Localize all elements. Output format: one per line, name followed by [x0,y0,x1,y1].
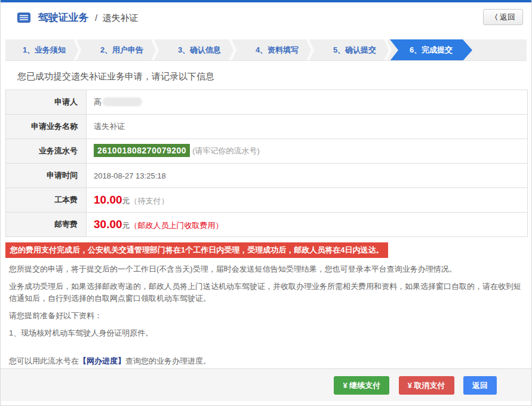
note-paragraph: 1、现场核对机动车驾驶人身份证明原件。 [9,327,523,339]
footer-action-bar: ¥ 继续支付 ¥ 取消支付 返回 [1,368,531,401]
row-label: 申请人 [6,90,87,115]
step-label: 1、业务须知 [23,45,66,54]
tab-step-3[interactable]: 3、确认信息 [161,39,238,61]
return-button[interactable]: 返回 [463,376,497,395]
row-label: 业务流水号 [6,139,87,164]
row-label: 工本费 [6,188,87,213]
notes-section: 您所提交的申请，将于提交后的一个工作日(不含当天)受理，届时会发送短信告知受理结… [9,263,523,339]
apply-time-value: 2018-08-27 13:25:18 [87,164,528,188]
mail-fee-unit: 元 [122,221,130,230]
redacted-name-blur [103,97,142,106]
table-row-applicant: 申请人 高 [6,90,528,115]
table-row-mail-fee: 邮寄费 30.00元（邮政人员上门收取费用） [6,213,528,237]
page-title: 驾驶证业务 [38,12,88,23]
table-row-cost-fee: 工本费 10.00元（待支付） [6,188,528,213]
tab-step-1[interactable]: 1、业务须知 [5,39,83,61]
row-label: 申请时间 [6,164,87,188]
step-separator [384,39,392,61]
breadcrumb-current: 遗失补证 [103,13,139,23]
payment-warning-banner: 您的费用支付完成后，公安机关交通管理部门将在1个工作日内受理，受理成功后，邮政人… [5,242,388,258]
step-label: 2、用户申告 [100,45,143,54]
mail-fee-note: （邮政人员上门收取费用） [130,221,223,230]
progress-note: 您可以用此流水号在【网办进度】查询您的业务办理进度。 [9,356,523,367]
success-message: 您已成功提交遗失补证业务申请，请记录以下信息 [17,71,531,82]
table-row-apply-time: 申请时间 2018-08-27 13:25:18 [6,164,528,188]
step-wizard: 1、业务须知 2、用户申告 3、确认信息 4、资料填写 5、确认提交 6、完成提… [5,39,527,61]
cancel-payment-button[interactable]: ¥ 取消支付 [399,376,454,395]
row-label: 邮寄费 [6,213,87,237]
table-row-business-name: 申请业务名称 遗失补证 [6,115,528,139]
tab-step-2[interactable]: 2、用户申告 [83,39,161,61]
mail-fee-amount: 30.00 [94,218,122,230]
back-button-label: 返回 [500,13,515,21]
page: 驾驶证业务 / 遗失补证 〈返回 1、业务须知 2、用户申告 3、确认信息 4、… [0,0,532,406]
applicant-name: 高 [94,97,102,106]
application-info-table: 申请人 高 申请业务名称 遗失补证 业务流水号 2610018082700792… [5,90,528,237]
cost-fee-unit: 元 [122,196,130,205]
step-separator [151,39,159,61]
step-label: 6、完成提交 [410,45,453,54]
chevron-left-icon: 〈 [491,13,498,21]
step-separator [73,39,82,61]
note-paragraph: 业务成功受理后，如果选择邮政寄递的，邮政人员将上门送达机动车驾驶证，并收取办理业… [9,281,523,304]
progress-link-text: 【网办进度】 [79,356,125,365]
table-row-serial: 业务流水号 261001808270079200(请牢记你的流水号) [6,139,528,164]
serial-number-badge: 261001808270079200 [94,144,190,157]
tab-step-6-active[interactable]: 6、完成提交 [390,39,472,61]
step-separator [306,39,315,61]
continue-payment-button[interactable]: ¥ 继续支付 [334,376,389,395]
progress-note-suffix: 查询您的业务办理进度。 [125,356,211,365]
breadcrumb-separator: / [95,13,97,23]
note-paragraph: 请您提前准备好以下资料： [9,310,523,322]
row-label: 申请业务名称 [6,115,87,139]
step-label: 5、确认提交 [333,45,376,54]
business-name-value: 遗失补证 [87,115,528,139]
step-label: 3、确认信息 [178,45,221,54]
note-paragraph: 您所提交的申请，将于提交后的一个工作日(不含当天)受理，届时会发送短信告知受理结… [9,263,523,275]
progress-note-prefix: 您可以用此流水号在 [9,356,79,365]
back-button[interactable]: 〈返回 [483,9,523,25]
page-header: 驾驶证业务 / 遗失补证 〈返回 [1,2,531,33]
step-separator [229,39,237,61]
tab-step-4[interactable]: 4、资料填写 [238,39,316,61]
list-icon [17,13,30,25]
step-label: 4、资料填写 [256,45,299,54]
cost-fee-note: （待支付） [130,196,169,205]
serial-note: (请牢记你的流水号) [192,146,260,155]
cost-fee-amount: 10.00 [94,193,122,206]
tab-step-5[interactable]: 5、确认提交 [316,39,393,61]
